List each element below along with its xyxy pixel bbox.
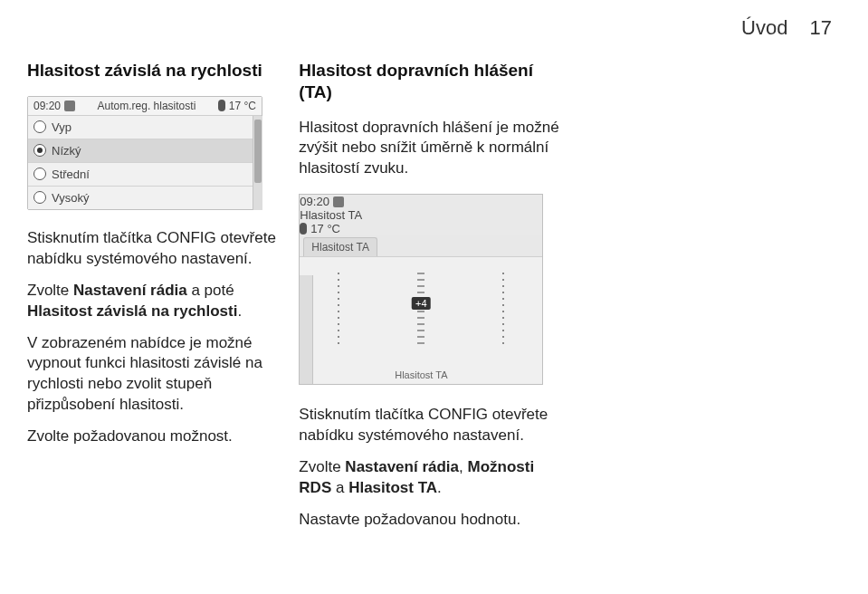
screenshot-volume-ta: 09:20 Hlasitost TA 17 °C Hlasitost TA xyxy=(299,194,543,385)
clock-icon xyxy=(64,101,75,111)
col2-p1: Hlasitost dopravních hlášení je možné zv… xyxy=(299,118,559,180)
tab-ta[interactable]: Hlasitost TA xyxy=(303,237,377,256)
col1-p1: Stisknutím tlačítka CONFIG otevřete nabí… xyxy=(27,228,288,270)
left-scrollbar[interactable] xyxy=(300,275,313,384)
statusbar: 09:20 Autom.reg. hlasitosti 17 °C xyxy=(28,97,262,116)
col1-heading: Hlasitost závislá na rychlosti xyxy=(27,60,288,81)
option-label: Vysoký xyxy=(52,191,89,205)
thermometer-icon xyxy=(300,223,307,235)
radio-icon xyxy=(33,168,46,180)
slider-label: Hlasitost TA xyxy=(300,369,542,380)
scale-left xyxy=(336,268,341,346)
col1-p3: V zobrazeném nabídce je možné vypnout fu… xyxy=(27,333,288,417)
col2-p4: Nastavte požadovanou hodnotu. xyxy=(299,510,559,531)
column-2: Hlasitost dopravních hlášení (TA) Hlasit… xyxy=(299,56,559,536)
statusbar: 09:20 Hlasitost TA 17 °C xyxy=(300,195,542,235)
clock-icon xyxy=(333,196,344,207)
page-header: Úvod 17 xyxy=(27,16,832,40)
col1-p4: Zvolte požadovanou možnost. xyxy=(27,426,288,447)
scale-right xyxy=(501,268,506,346)
option-low[interactable]: Nízký xyxy=(28,139,262,163)
option-high[interactable]: Vysoký xyxy=(28,187,262,209)
option-medium[interactable]: Střední xyxy=(28,163,262,187)
option-label: Střední xyxy=(52,168,90,181)
col1-p2: Zvolte Nastavení rádia a poté Hlasitost … xyxy=(27,281,288,322)
scrollbar-thumb[interactable] xyxy=(254,120,262,183)
status-time: 09:20 xyxy=(33,100,61,112)
volume-slider[interactable]: +4 Hlasitost TA xyxy=(300,257,542,384)
screen-title: Hlasitost TA xyxy=(300,208,542,222)
tab-row: Hlasitost TA xyxy=(300,235,542,257)
header-title: Úvod xyxy=(741,16,787,39)
radio-icon xyxy=(33,144,46,157)
option-label: Nízký xyxy=(52,144,81,158)
col2-heading: Hlasitost dopravních hlášení (TA) xyxy=(299,60,559,103)
status-temp: 17 °C xyxy=(310,222,340,235)
col2-p2: Stisknutím tlačítka CONFIG otevřete nabí… xyxy=(299,405,559,446)
screen-title: Autom.reg. hlasitosti xyxy=(98,100,196,112)
page-number: 17 xyxy=(810,16,832,39)
status-temp: 17 °C xyxy=(229,100,256,112)
slider-value: +4 xyxy=(412,297,431,310)
column-1: Hlasitost závislá na rychlosti 09:20 Aut… xyxy=(27,56,288,536)
screenshot-volume-speed: 09:20 Autom.reg. hlasitosti 17 °C Vyp xyxy=(27,96,262,210)
option-label: Vyp xyxy=(52,120,72,134)
radio-icon xyxy=(33,191,46,204)
radio-icon xyxy=(33,120,46,133)
thermometer-icon xyxy=(218,100,225,111)
column-3 xyxy=(571,56,832,536)
scrollbar[interactable] xyxy=(253,116,262,210)
status-time: 09:20 xyxy=(300,195,329,208)
option-off[interactable]: Vyp xyxy=(28,116,262,139)
col2-p3: Zvolte Nastavení rádia, Možnosti RDS a H… xyxy=(299,457,559,499)
